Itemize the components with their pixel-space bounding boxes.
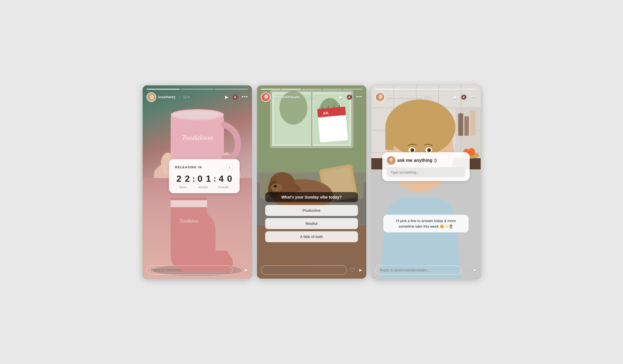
ask-avatar — [387, 156, 395, 164]
progress-seg2-5 — [343, 89, 362, 90]
countdown-h1: 2 — [175, 174, 183, 184]
ask-input[interactable] — [387, 167, 465, 177]
play-icon-3[interactable]: ▶ — [454, 94, 457, 100]
svg-point-66 — [385, 99, 455, 155]
play-icon-1[interactable]: ▶ — [225, 94, 228, 100]
verified-icon-2: ✓ — [303, 95, 305, 99]
progress-seg3-2 — [401, 89, 425, 90]
poll-option-1[interactable]: Productive — [265, 205, 358, 216]
svg-rect-79 — [458, 113, 463, 136]
username-3[interactable]: youloveandyoulearn — [387, 95, 422, 99]
send-icon-1[interactable]: ➤ — [244, 267, 248, 273]
reply-input-3[interactable] — [375, 265, 461, 275]
story2-footer: ♡ ➤ — [257, 263, 366, 279]
poll-question: What's your Sunday vibe today? — [265, 192, 358, 202]
username-2[interactable]: moneywithkatie — [273, 95, 300, 99]
avatar3-img — [376, 93, 385, 102]
poll-option-2[interactable]: Restful — [265, 218, 358, 229]
time-1: 12 h — [183, 95, 190, 99]
unit-minutes: minutes — [195, 186, 211, 189]
reply-input-1[interactable] — [147, 265, 233, 275]
story2-user-row: moneywithkatie ✓ 12 h ▶ 🔇 ••• — [261, 92, 362, 102]
play-icon-2[interactable]: ▶ — [339, 94, 343, 100]
more-icon-3[interactable]: ••• — [471, 94, 477, 100]
story2-scene-svg: JUL — [257, 85, 366, 279]
verified-icon-1: ✓ — [179, 95, 181, 99]
mute-icon-2[interactable]: 🔇 — [347, 94, 352, 100]
svg-point-84 — [468, 148, 475, 156]
header-icons-2: ▶ 🔇 ••• — [339, 94, 362, 100]
ask-header: ask me anything :) — [387, 156, 465, 164]
countdown-s2: 0 — [226, 174, 233, 184]
progress-seg3-4 — [452, 89, 476, 90]
heart-icon-1[interactable]: ♡ — [235, 267, 241, 274]
time-3: 16 h — [425, 95, 431, 99]
story-card-2: JUL — [257, 85, 366, 279]
story3-header: youloveandyoulearn 16 h ▶ 🔇 ••• — [371, 85, 481, 104]
svg-point-72 — [411, 149, 414, 151]
svg-point-86 — [379, 94, 383, 99]
story1-header: loewhaley ✓ 12 h ▶ 🔇 ••• — [143, 85, 252, 104]
svg-text:Toodalooo: Toodalooo — [182, 134, 212, 142]
unit-hours: hours — [175, 186, 191, 189]
countdown-widget: RELEASING IN › 2 2 : 0 1 : 4 0 hours min… — [169, 159, 240, 193]
countdown-h2: 2 — [183, 174, 191, 184]
progress-bar-2 — [261, 89, 362, 90]
story1-user-row: loewhaley ✓ 12 h ▶ 🔇 ••• — [147, 92, 248, 102]
more-icon-2[interactable]: ••• — [356, 94, 362, 100]
svg-rect-81 — [470, 111, 476, 136]
time-2: 12 h — [307, 95, 314, 99]
svg-point-21 — [150, 95, 154, 99]
svg-text:Toodaloo: Toodaloo — [179, 218, 198, 224]
progress-seg3-1 — [375, 89, 400, 90]
countdown-s1: 4 — [217, 174, 225, 184]
more-icon-1[interactable]: ••• — [242, 94, 248, 100]
heart-icon-2[interactable]: ♡ — [350, 267, 355, 274]
svg-point-42 — [271, 183, 282, 192]
progress-bar — [147, 89, 248, 90]
stories-container: Toodalooo Toodaloo — [143, 85, 481, 279]
story3-caption: I'll pick a few to answer today & more s… — [383, 215, 468, 232]
countdown-units: hours minutes seconds — [175, 186, 233, 189]
heart-icon-3[interactable]: ♡ — [464, 267, 470, 274]
poll-widget: What's your Sunday vibe today? Productiv… — [265, 192, 358, 242]
poll-option-3[interactable]: A little of both — [265, 231, 358, 242]
svg-text:JUL: JUL — [322, 111, 329, 115]
ask-avatar-img — [387, 156, 395, 165]
svg-rect-67 — [385, 127, 394, 150]
svg-point-43 — [274, 185, 277, 187]
story1-footer: ♡ ➤ — [143, 263, 252, 279]
progress-seg3-3 — [426, 89, 451, 90]
progress-seg-2 — [180, 89, 214, 90]
mute-icon-3[interactable]: 🔇 — [461, 94, 467, 100]
unit-seconds: seconds — [215, 186, 231, 189]
countdown-sep1: : — [192, 174, 195, 183]
story2-header: moneywithkatie ✓ 12 h ▶ 🔇 ••• — [257, 85, 366, 104]
avatar2-img — [261, 93, 270, 102]
ask-widget: ask me anything :) — [382, 152, 470, 181]
progress-seg2-1 — [261, 89, 281, 90]
svg-point-11 — [173, 111, 221, 119]
story3-footer: ♡ ➤ — [371, 263, 481, 279]
avatar-3[interactable] — [375, 92, 385, 102]
svg-point-53 — [264, 94, 268, 99]
countdown-m2: 1 — [205, 174, 212, 184]
story3-scene-svg — [371, 85, 481, 279]
username-1[interactable]: loewhaley — [158, 95, 176, 99]
reply-input-2[interactable] — [261, 265, 347, 275]
story-card-3: youloveandyoulearn 16 h ▶ 🔇 ••• — [371, 85, 481, 279]
svg-line-50 — [334, 105, 334, 108]
countdown-numbers: 2 2 : 0 1 : 4 0 — [175, 174, 233, 184]
send-icon-2[interactable]: ➤ — [358, 267, 362, 273]
story3-bg — [371, 85, 481, 279]
progress-seg2-2 — [281, 89, 301, 90]
avatar-1[interactable] — [147, 92, 156, 102]
mute-icon-1[interactable]: 🔇 — [232, 94, 238, 100]
poll-options: Productive Restful A little of both — [265, 205, 358, 242]
countdown-arrow[interactable]: › — [226, 164, 233, 171]
send-icon-3[interactable]: ➤ — [473, 267, 477, 273]
header-icons-1: ▶ 🔇 ••• — [225, 94, 248, 100]
svg-line-48 — [323, 106, 323, 109]
avatar-2[interactable] — [261, 92, 270, 102]
countdown-label: RELEASING IN › — [175, 164, 233, 171]
